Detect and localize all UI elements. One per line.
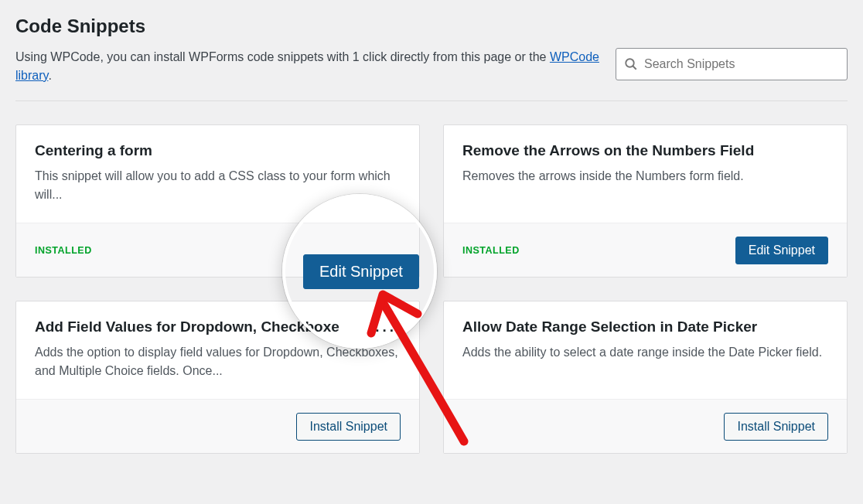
snippet-card: Add Field Values for Dropdown, Checkboxe… (15, 301, 420, 454)
subtitle-prefix: Using WPCode, you can install WPForms co… (15, 50, 550, 63)
svg-point-0 (626, 59, 634, 67)
install-snippet-button[interactable]: Install Snippet (296, 413, 401, 441)
svg-line-1 (633, 66, 636, 70)
page-title: Code Snippets (15, 15, 616, 37)
snippet-title: Remove the Arrows on the Numbers Field (462, 142, 828, 159)
snippet-title: Add Field Values for Dropdown, Checkboxe… (35, 318, 401, 335)
snippet-desc: This snippet will allow you to add a CSS… (35, 167, 401, 204)
installed-badge: INSTALLED (462, 245, 520, 256)
snippet-title: Allow Date Range Selection in Date Picke… (462, 318, 828, 335)
search-input[interactable] (644, 57, 839, 71)
snippet-card: Remove the Arrows on the Numbers Field R… (443, 124, 848, 278)
snippet-desc: Adds the ability to select a date range … (462, 343, 828, 362)
search-icon (624, 57, 638, 71)
subtitle-suffix: . (48, 69, 51, 82)
search-box[interactable] (616, 48, 848, 80)
snippet-desc: Adds the option to display field values … (35, 343, 401, 380)
edit-snippet-button[interactable]: Edit Snippet (735, 237, 828, 264)
installed-badge: INSTALLED (35, 245, 92, 256)
snippet-desc: Removes the arrows inside the Numbers fo… (462, 167, 828, 186)
snippet-card: Allow Date Range Selection in Date Picke… (443, 301, 848, 454)
snippet-title: Centering a form (35, 142, 401, 159)
install-snippet-button[interactable]: Install Snippet (724, 413, 828, 441)
page-subtitle: Using WPCode, you can install WPForms co… (15, 48, 616, 85)
divider (15, 100, 848, 101)
edit-snippet-button-highlighted[interactable]: Edit Snippet (303, 254, 419, 289)
